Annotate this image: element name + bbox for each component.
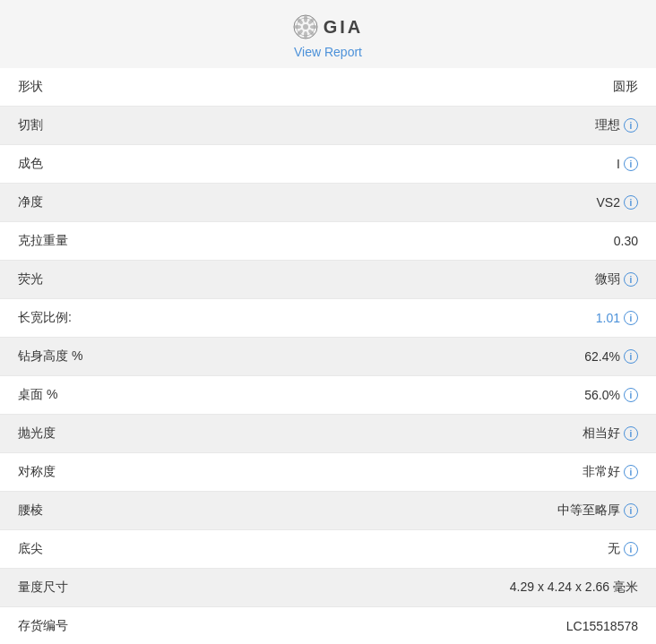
table-row: 净度VS2i — [0, 184, 656, 222]
row-value: 理想i — [595, 117, 638, 133]
view-report-link[interactable]: View Report — [294, 45, 362, 59]
row-value-text: 4.29 x 4.24 x 2.66 毫米 — [510, 580, 638, 596]
gia-logo: GIA — [293, 14, 364, 39]
row-value-text: 无 — [608, 541, 620, 557]
row-value: 微弱i — [595, 271, 638, 288]
table-row: 存货编号LC15518578 — [0, 607, 656, 644]
svg-point-6 — [304, 31, 307, 39]
svg-point-4 — [310, 25, 317, 29]
info-icon[interactable]: i — [624, 349, 638, 364]
row-label: 荧光 — [18, 271, 43, 288]
row-label: 净度 — [18, 194, 43, 210]
info-icon[interactable]: i — [624, 503, 638, 518]
row-value-text: 相当好 — [583, 425, 620, 442]
info-icon[interactable]: i — [624, 195, 638, 210]
header: GIA View Report — [0, 0, 656, 68]
table-row: 成色Ii — [0, 145, 656, 184]
row-label: 桌面 % — [18, 387, 57, 403]
row-label: 成色 — [18, 156, 43, 172]
table-row: 对称度非常好i — [0, 453, 656, 492]
row-value-text: 非常好 — [583, 464, 620, 480]
table-row: 克拉重量0.30 — [0, 222, 656, 261]
row-value-text: LC15518578 — [566, 619, 638, 633]
gia-emblem-icon — [293, 14, 318, 39]
table-row: 钻身高度 %62.4%i — [0, 338, 656, 376]
svg-point-2 — [304, 15, 307, 22]
row-value-text: 中等至略厚 — [557, 502, 620, 519]
table-row: 底尖无i — [0, 530, 656, 569]
row-value: LC15518578 — [566, 619, 638, 633]
table-row: 荧光微弱i — [0, 261, 656, 299]
row-value: 相当好i — [583, 425, 638, 442]
row-value: 无i — [608, 541, 638, 557]
info-icon[interactable]: i — [624, 426, 638, 441]
table-row: 长宽比例:1.01i — [0, 299, 656, 338]
property-table: 形状圆形切割理想i成色Ii净度VS2i克拉重量0.30荧光微弱i长宽比例:1.0… — [0, 68, 656, 644]
info-icon[interactable]: i — [624, 542, 638, 556]
row-label: 底尖 — [18, 541, 43, 557]
table-row: 切割理想i — [0, 107, 656, 145]
info-icon[interactable]: i — [624, 272, 638, 287]
row-value: 56.0%i — [584, 388, 638, 402]
row-value: 62.4%i — [584, 349, 638, 364]
table-row: 量度尺寸4.29 x 4.24 x 2.66 毫米 — [0, 569, 656, 607]
table-row: 形状圆形 — [0, 68, 656, 107]
info-icon[interactable]: i — [624, 311, 638, 325]
info-icon[interactable]: i — [624, 157, 638, 171]
row-value-text: 0.30 — [614, 234, 638, 248]
row-label: 腰棱 — [18, 502, 43, 519]
info-icon[interactable]: i — [624, 118, 638, 133]
row-label: 形状 — [18, 79, 43, 95]
row-value: 中等至略厚i — [557, 502, 638, 519]
row-value: VS2i — [597, 195, 638, 210]
info-icon[interactable]: i — [624, 465, 638, 479]
row-label: 切割 — [18, 117, 43, 133]
row-value: Ii — [617, 157, 638, 171]
row-value-text: I — [617, 157, 620, 171]
row-label: 长宽比例: — [18, 310, 72, 326]
svg-point-8 — [294, 25, 301, 29]
table-row: 腰棱中等至略厚i — [0, 492, 656, 530]
gia-logo-text: GIA — [324, 17, 364, 38]
row-value-text: 1.01 — [596, 311, 620, 325]
row-value-text: VS2 — [597, 195, 620, 210]
row-value-text: 理想 — [595, 117, 620, 133]
row-value: 4.29 x 4.24 x 2.66 毫米 — [510, 580, 638, 596]
row-value-text: 56.0% — [584, 388, 620, 402]
table-row: 桌面 %56.0%i — [0, 376, 656, 415]
table-row: 抛光度相当好i — [0, 415, 656, 453]
row-label: 钻身高度 % — [18, 348, 82, 365]
row-value: 非常好i — [583, 464, 638, 480]
row-value: 1.01i — [596, 311, 638, 325]
row-label: 对称度 — [18, 464, 56, 480]
row-value-text: 圆形 — [613, 79, 638, 95]
svg-point-10 — [303, 24, 308, 30]
row-label: 抛光度 — [18, 425, 56, 442]
row-value: 0.30 — [614, 234, 638, 248]
info-icon[interactable]: i — [624, 388, 638, 402]
row-label: 量度尺寸 — [18, 580, 68, 596]
row-label: 存货编号 — [18, 618, 68, 634]
row-value: 圆形 — [613, 79, 638, 95]
row-label: 克拉重量 — [18, 233, 68, 249]
row-value-text: 微弱 — [595, 271, 620, 288]
row-value-text: 62.4% — [584, 349, 620, 364]
